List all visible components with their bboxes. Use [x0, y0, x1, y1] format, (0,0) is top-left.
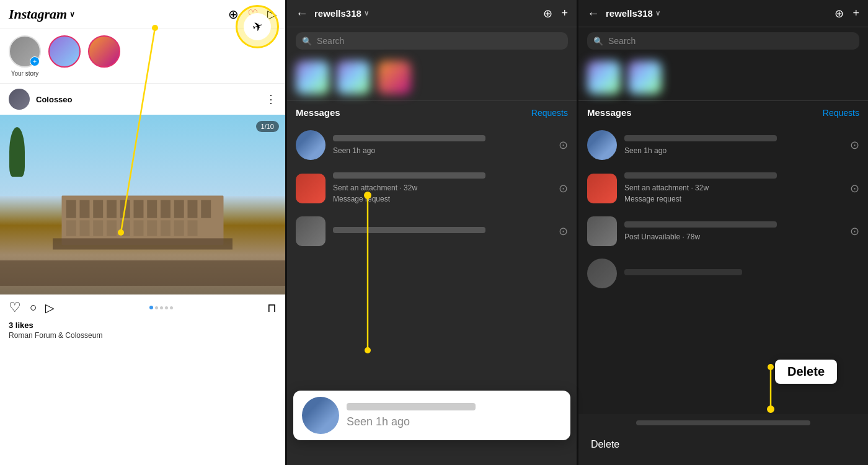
your-story[interactable]: + Your story — [9, 35, 41, 77]
camera-icon-2[interactable]: ⊙ — [559, 182, 568, 195]
messages-header-3: ← rewells318 ∨ ⊕ + — [578, 0, 868, 27]
camera-icon-3-3[interactable]: ⊙ — [850, 224, 859, 238]
msg-story-1[interactable] — [296, 61, 329, 94]
back-button-3[interactable]: ← — [587, 6, 600, 20]
message-preview-3-3: Post Unavailable · 78w — [624, 232, 700, 241]
svg-rect-1 — [66, 200, 76, 218]
camera-icon-3-2[interactable]: ⊙ — [850, 182, 859, 195]
people-area — [0, 260, 285, 286]
colosseum-svg — [14, 169, 271, 250]
story-item-1[interactable] — [48, 35, 81, 70]
new-message-icon[interactable]: + — [561, 7, 568, 20]
story-plus-icon: + — [30, 56, 40, 66]
message-name-blur-3-1 — [624, 135, 777, 141]
likes-count: 3 likes — [0, 321, 285, 330]
msg-story-3[interactable] — [378, 61, 411, 94]
messages-section-header-3: Messages Requests — [578, 101, 868, 124]
svg-rect-6 — [134, 200, 144, 218]
requests-link-3[interactable]: Requests — [823, 108, 859, 118]
requests-link[interactable]: Requests — [531, 108, 568, 118]
username-chevron-3: ∨ — [655, 9, 660, 17]
message-avatar-3-4 — [587, 259, 617, 288]
comment-icon[interactable]: ○ — [30, 301, 37, 314]
your-story-avatar: + — [9, 35, 41, 68]
post-avatar — [9, 89, 30, 110]
message-item-3[interactable]: ⊙ — [287, 210, 577, 252]
like-icon[interactable]: ♡ — [9, 299, 21, 316]
post-caption: Roman Forum & Colosseum — [0, 330, 285, 341]
svg-rect-21 — [188, 220, 198, 236]
svg-rect-16 — [120, 220, 130, 236]
msg-story-3-1[interactable] — [587, 61, 621, 94]
dot-active — [149, 306, 153, 309]
svg-rect-15 — [107, 220, 117, 236]
video-call-icon[interactable]: ⊕ — [543, 7, 552, 20]
svg-rect-8 — [161, 200, 170, 218]
instagram-logo: Instagram ∨ — [9, 6, 75, 22]
msg-story-2[interactable] — [337, 61, 370, 94]
video-call-icon-3[interactable]: ⊕ — [835, 7, 844, 20]
post-more-icon[interactable]: ⋮ — [265, 92, 277, 106]
camera-icon-3[interactable]: ⊙ — [559, 224, 568, 238]
svg-rect-20 — [174, 220, 184, 236]
msg-story-3-2[interactable] — [628, 61, 662, 94]
post-header: Colosseo ⋮ — [0, 84, 285, 115]
new-message-icon-3[interactable]: + — [852, 7, 859, 20]
message-name-blur-1 — [333, 135, 485, 141]
message-preview-2: Sent an attachment · 32w — [333, 184, 417, 192]
camera-icon-3-1[interactable]: ⊙ — [850, 138, 859, 152]
delete-context-overlay: Delete — [578, 414, 868, 465]
send-messages-icon[interactable]: ▷ — [267, 8, 277, 20]
messages-header-icons-3: ⊕ + — [835, 7, 859, 20]
callout-name-blur — [347, 403, 476, 410]
svg-rect-11 — [201, 200, 211, 218]
message-avatar-2 — [296, 174, 326, 203]
logo-chevron[interactable]: ∨ — [69, 10, 75, 19]
camera-icon-1[interactable]: ⊙ — [559, 138, 568, 152]
message-item-2[interactable]: Sent an attachment · 32w Message request… — [287, 166, 577, 210]
feed-header: Instagram ∨ ⊕ ♡ ▷ — [0, 0, 285, 29]
message-content-3 — [333, 227, 551, 236]
search-input-wrap-3[interactable]: 🔍 Search — [587, 32, 859, 50]
message-content-3-1: Seen 1h ago — [624, 135, 843, 156]
message-item-3-2[interactable]: Sent an attachment · 32w Message request… — [578, 166, 868, 210]
svg-rect-10 — [188, 200, 198, 218]
story-item-2[interactable] — [88, 35, 120, 70]
delete-button[interactable]: Delete — [578, 430, 868, 459]
notifications-icon[interactable]: ♡ — [247, 8, 259, 20]
message-item-1[interactable]: Seen 1h ago ⊙ — [287, 124, 577, 166]
message-item-3-3[interactable]: Post Unavailable · 78w ⊙ — [578, 210, 868, 252]
messages-label-3: Messages — [587, 107, 632, 118]
post-username[interactable]: Colosseo — [36, 95, 259, 104]
story-avatar-2 — [88, 35, 120, 68]
message-item-3-1[interactable]: Seen 1h ago ⊙ — [578, 124, 868, 166]
search-bar: 🔍 Search — [287, 27, 577, 55]
delete-tooltip: Delete — [775, 360, 837, 384]
msg-stories-3 — [578, 55, 868, 101]
back-button[interactable]: ← — [296, 6, 308, 20]
messages-header: ← rewells318 ∨ ⊕ + — [287, 0, 577, 27]
search-placeholder-3: Search — [608, 36, 636, 46]
message-name-blur-3 — [333, 227, 485, 233]
post-image: 1/10 — [0, 115, 285, 294]
share-icon[interactable]: ▷ — [45, 301, 55, 315]
message-preview-3-2: Sent an attachment · 32w — [624, 184, 709, 192]
svg-rect-9 — [174, 200, 184, 218]
msg-stories — [287, 55, 577, 101]
save-icon[interactable]: ⊓ — [267, 301, 277, 315]
svg-rect-2 — [80, 200, 90, 218]
search-input-wrap[interactable]: 🔍 Search — [296, 32, 568, 50]
callout-preview-text: Seen 1h ago — [347, 415, 410, 428]
messages-username-3: rewells318 ∨ — [606, 8, 828, 19]
search-icon: 🔍 — [302, 37, 312, 46]
username-chevron: ∨ — [364, 9, 369, 17]
svg-rect-14 — [93, 220, 103, 236]
message-content-3-4 — [624, 269, 859, 278]
message-content-1: Seen 1h ago — [333, 135, 551, 156]
tree — [9, 127, 25, 177]
message-avatar-3-2 — [587, 174, 617, 203]
message-item-3-4[interactable] — [578, 252, 868, 294]
messages-username: rewells318 ∨ — [314, 8, 537, 19]
add-post-icon[interactable]: ⊕ — [228, 8, 239, 20]
message-avatar-3-1 — [587, 130, 617, 160]
